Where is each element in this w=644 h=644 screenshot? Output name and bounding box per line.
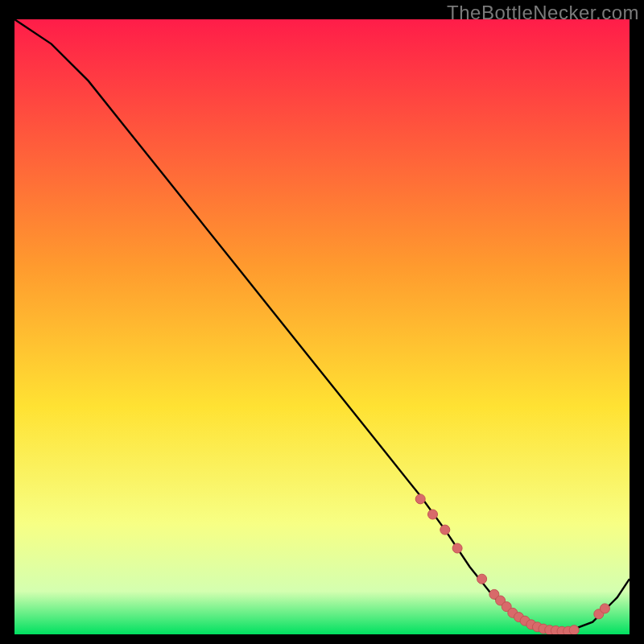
curve-marker	[569, 625, 579, 634]
chart-svg	[14, 19, 630, 634]
curve-marker	[600, 604, 609, 613]
curve-marker	[452, 543, 462, 553]
chart-plot-area	[14, 19, 630, 634]
curve-marker	[440, 525, 450, 535]
curve-marker	[415, 494, 425, 504]
curve-marker	[477, 574, 487, 584]
curve-marker	[428, 510, 438, 519]
gradient-background	[14, 19, 630, 634]
chart-stage: TheBottleNecker.com	[0, 0, 644, 644]
